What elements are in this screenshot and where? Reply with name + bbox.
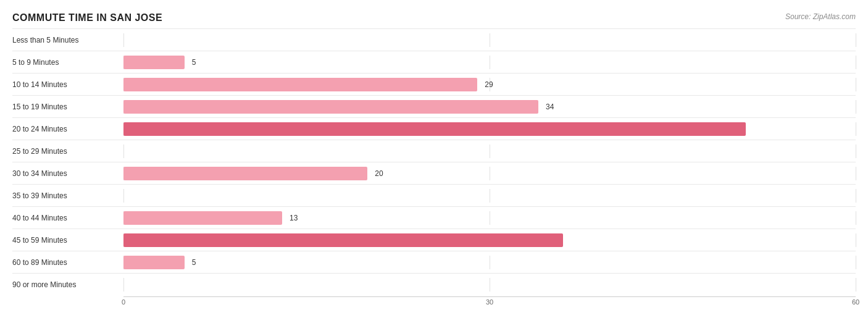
x-axis-tick: 0 [122, 298, 125, 306]
bar-label: Less than 5 Minutes [12, 36, 123, 44]
bar-fill [123, 56, 185, 69]
bar-fill [123, 211, 282, 225]
bar-label: 90 or more Minutes [12, 280, 123, 289]
bar-label: 5 to 9 Minutes [12, 58, 123, 67]
bar-row: 35 to 39 Minutes [12, 184, 856, 206]
bar-fill [123, 233, 563, 247]
bar-track: 5 [123, 56, 856, 69]
bar-track: 29 [123, 78, 856, 91]
bar-fill [123, 167, 367, 180]
bar-fill [123, 256, 185, 269]
bar-row: 25 to 29 Minutes [12, 140, 856, 162]
bar-track [123, 33, 856, 47]
bar-track [123, 278, 856, 292]
bar-label: 20 to 24 Minutes [12, 125, 123, 133]
bar-label: 60 to 89 Minutes [12, 258, 123, 267]
bar-fill [123, 122, 746, 136]
bar-value: 20 [375, 169, 383, 178]
bar-value: 34 [546, 103, 554, 111]
bar-track: 13 [123, 211, 856, 225]
bar-row: 90 or more Minutes [12, 273, 856, 295]
bar-row: 30 to 34 Minutes20 [12, 162, 856, 184]
bar-fill [123, 78, 477, 91]
x-axis-tick: 60 [852, 298, 859, 306]
bar-track: 20 [123, 167, 856, 180]
bar-track: 34 [123, 100, 856, 114]
bar-value: 5 [192, 258, 196, 267]
chart-title: COMMUTE TIME IN SAN JOSE [12, 12, 856, 23]
bar-label: 40 to 44 Minutes [12, 214, 123, 222]
bar-label: 45 to 59 Minutes [12, 236, 123, 245]
bar-row: Less than 5 Minutes [12, 28, 856, 51]
x-axis: 03060 [123, 296, 856, 309]
bar-row: 45 to 59 Minutes36 [12, 229, 856, 251]
bar-fill [123, 100, 538, 114]
bars-area: Less than 5 Minutes5 to 9 Minutes510 to … [12, 28, 856, 295]
x-axis-tick: 30 [486, 298, 493, 306]
bar-value: 29 [485, 80, 493, 89]
bar-value: 5 [192, 58, 196, 67]
chart-container: COMMUTE TIME IN SAN JOSE Source: ZipAtla… [0, 0, 868, 323]
bar-label: 10 to 14 Minutes [12, 80, 123, 89]
bar-row: 40 to 44 Minutes13 [12, 206, 856, 229]
bar-track: 51 [123, 122, 856, 136]
bar-row: 15 to 19 Minutes34 [12, 95, 856, 117]
bar-track [123, 189, 856, 203]
bar-value: 13 [290, 214, 298, 222]
bar-row: 10 to 14 Minutes29 [12, 73, 856, 95]
bar-track [123, 145, 856, 158]
bar-label: 15 to 19 Minutes [12, 103, 123, 111]
bar-row: 60 to 89 Minutes5 [12, 251, 856, 273]
bar-label: 30 to 34 Minutes [12, 169, 123, 178]
bar-label: 25 to 29 Minutes [12, 147, 123, 156]
bar-label: 35 to 39 Minutes [12, 191, 123, 200]
bar-row: 20 to 24 Minutes51 [12, 117, 856, 140]
bar-row: 5 to 9 Minutes5 [12, 51, 856, 73]
bar-track: 36 [123, 233, 856, 247]
source-text: Source: ZipAtlas.com [785, 12, 856, 21]
bar-track: 5 [123, 256, 856, 269]
